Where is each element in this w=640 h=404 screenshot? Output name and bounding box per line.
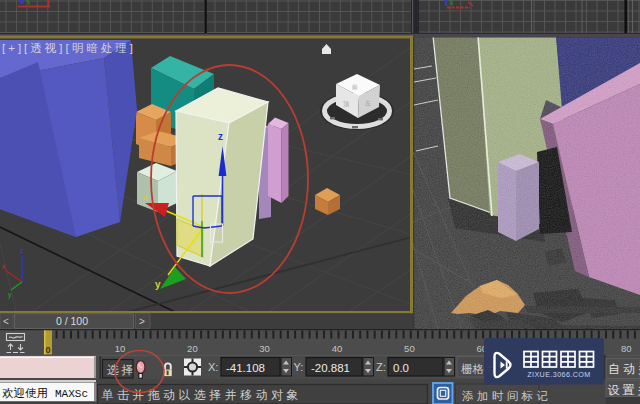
svg-text:40: 40 bbox=[332, 343, 343, 354]
svg-text:y: y bbox=[155, 279, 161, 290]
svg-text:左: 左 bbox=[365, 100, 371, 106]
svg-text:20: 20 bbox=[187, 343, 198, 354]
svg-text:-20.881: -20.881 bbox=[311, 362, 350, 374]
svg-text:顶: 顶 bbox=[343, 101, 349, 107]
svg-text:Z:: Z: bbox=[376, 361, 386, 373]
svg-text:选择: 选择 bbox=[107, 363, 136, 377]
svg-text:自动关: 自动关 bbox=[608, 362, 640, 376]
svg-text:MAXSc: MAXSc bbox=[55, 388, 88, 400]
svg-text:X:: X: bbox=[208, 361, 218, 373]
svg-text:0.0: 0.0 bbox=[393, 362, 409, 374]
svg-text:-41.108: -41.108 bbox=[226, 362, 265, 374]
svg-text:设置关: 设置关 bbox=[608, 383, 640, 397]
svg-text:z: z bbox=[218, 131, 223, 142]
svg-text:<: < bbox=[3, 316, 9, 327]
svg-text:0: 0 bbox=[45, 345, 50, 355]
svg-text:10: 10 bbox=[115, 343, 126, 354]
svg-text:50: 50 bbox=[404, 343, 415, 354]
svg-text:添加时间标记: 添加时间标记 bbox=[462, 390, 551, 402]
svg-text:ZIXUE.3066.COM: ZIXUE.3066.COM bbox=[527, 370, 591, 379]
svg-text:80: 80 bbox=[621, 343, 632, 354]
svg-text:单击并拖动以选择并移动对象: 单击并拖动以选择并移动对象 bbox=[102, 388, 302, 402]
svg-text:30: 30 bbox=[259, 343, 270, 354]
svg-text:0 / 100: 0 / 100 bbox=[56, 315, 88, 327]
svg-text:[+][透视][明暗处理]: [+][透视][明暗处理] bbox=[2, 42, 136, 54]
svg-text:z: z bbox=[20, 247, 23, 254]
svg-text:欢迎使用: 欢迎使用 bbox=[2, 387, 48, 399]
svg-text:x: x bbox=[143, 191, 149, 202]
svg-text:前: 前 bbox=[351, 84, 358, 90]
svg-text:Y:: Y: bbox=[294, 361, 304, 373]
svg-text:>: > bbox=[139, 316, 145, 327]
